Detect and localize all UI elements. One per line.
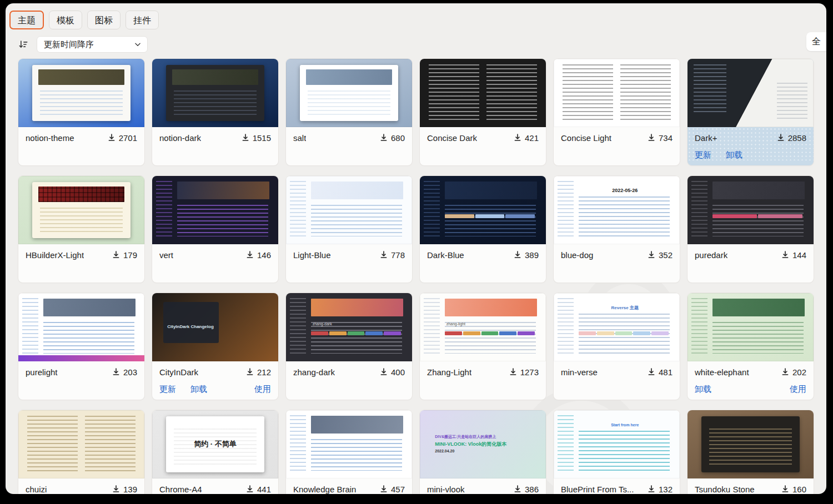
theme-preview: DIV&搬运工:只是站在巨人的肩膀上MINI-VLOOK: Vlook的简化版本… — [420, 410, 546, 478]
tab-icons[interactable]: 图标 — [87, 11, 121, 29]
preview-lines — [558, 181, 574, 240]
theme-card[interactable]: Reverse 主题 min-verse 481 — [554, 293, 680, 400]
theme-card[interactable]: Start from here BluePrint From Ts... 132 — [554, 410, 680, 494]
download-icon — [647, 133, 656, 142]
download-icon — [245, 485, 254, 493]
theme-card[interactable]: Knowledge Brain 457 — [286, 410, 412, 494]
theme-card[interactable]: 2022-05-26 blue-dog 352 — [554, 176, 680, 283]
download-stat: 734 — [647, 133, 673, 143]
theme-card[interactable]: Dark-Blue 389 — [420, 176, 546, 283]
theme-title: white-elephant — [695, 367, 749, 377]
theme-card[interactable]: 简约 · 不简单 Chrome-A4 441 — [152, 410, 278, 494]
preview-lines — [429, 64, 479, 122]
theme-preview — [688, 59, 814, 127]
theme-card[interactable]: purelight 203 — [18, 293, 144, 400]
preview-color-chips — [445, 214, 534, 218]
uninstall-button[interactable]: 卸载 — [190, 384, 207, 395]
theme-card[interactable]: chuizi 139 — [18, 410, 144, 494]
preview-lines — [40, 90, 123, 115]
tab-themes[interactable]: 主题 — [9, 11, 44, 29]
theme-preview — [688, 293, 814, 361]
theme-title: notion-dark — [159, 133, 201, 143]
download-count: 481 — [659, 367, 673, 377]
update-button[interactable]: 更新 — [695, 150, 711, 160]
theme-card[interactable]: puredark 144 — [688, 176, 814, 283]
download-stat: 1515 — [241, 133, 271, 143]
preview-chip — [597, 331, 614, 335]
theme-card[interactable]: Concise Dark 421 — [420, 59, 546, 165]
theme-meta: Tsundoku Stone 160 — [688, 478, 814, 494]
preview-chip — [579, 331, 596, 335]
theme-meta: chuizi 139 — [18, 478, 144, 494]
theme-meta: zhang-dark 400 — [286, 361, 412, 384]
theme-title: purelight — [26, 367, 58, 377]
theme-meta: Dark+ 2858 更新卸载 — [688, 127, 814, 160]
theme-preview — [554, 59, 680, 127]
theme-card[interactable]: white-elephant 202 卸载使用 — [688, 293, 814, 400]
theme-card[interactable]: zhang-light Zhang-Light 1273 — [420, 293, 546, 400]
theme-title: BluePrint From Ts... — [561, 485, 634, 494]
download-stat: 146 — [245, 250, 271, 260]
theme-preview: 2022-05-26 — [554, 176, 680, 244]
preview-lines — [486, 64, 537, 122]
preview-lines — [290, 415, 307, 474]
download-icon — [781, 485, 790, 493]
download-icon — [379, 485, 388, 493]
theme-card[interactable]: salt 680 — [286, 59, 412, 165]
use-button[interactable]: 使用 — [254, 384, 271, 395]
theme-meta: Concise Light 734 — [554, 127, 680, 150]
download-stat: 457 — [379, 485, 405, 494]
download-count: 2701 — [119, 133, 137, 143]
theme-card[interactable]: vert 146 — [152, 176, 278, 283]
theme-card[interactable]: notion-dark 1515 — [152, 59, 278, 165]
theme-card[interactable]: HBuilderX-Light 179 — [18, 176, 144, 283]
preview-caption: 2022-05-26 — [580, 183, 670, 199]
preview-lines — [43, 322, 134, 354]
preview-lines — [691, 181, 708, 240]
download-count: 132 — [659, 485, 673, 494]
theme-card[interactable]: Dark+ 2858 更新卸载 — [688, 59, 814, 165]
preview-lines — [156, 181, 173, 240]
uninstall-button[interactable]: 卸载 — [695, 384, 711, 395]
theme-card[interactable]: Tsundoku Stone 160 — [688, 410, 814, 494]
theme-card[interactable]: notion-theme 2701 — [18, 59, 144, 165]
download-count: 144 — [792, 250, 806, 260]
download-count: 160 — [792, 485, 806, 494]
preview-lines — [712, 205, 803, 237]
scope-select[interactable]: 全 — [806, 32, 826, 51]
tab-templates[interactable]: 模板 — [49, 11, 82, 29]
use-button[interactable]: 使用 — [790, 384, 806, 395]
download-count: 457 — [391, 485, 405, 494]
update-button[interactable]: 更新 — [159, 384, 176, 395]
preview-window — [166, 65, 264, 121]
tab-widgets[interactable]: 挂件 — [126, 11, 159, 29]
sort-select[interactable]: 更新时间降序 — [37, 36, 148, 53]
theme-card[interactable]: Concise Light 734 — [554, 59, 680, 165]
theme-card[interactable]: CityInDark Changelog CityInDark 212 更新卸载… — [152, 293, 278, 400]
preview-window — [300, 65, 398, 121]
download-count: 421 — [525, 133, 539, 143]
sort-order-icon — [18, 39, 29, 50]
preview-caption: zhang-dark — [313, 316, 402, 333]
theme-title: Tsundoku Stone — [695, 485, 755, 494]
download-icon — [509, 367, 518, 376]
preview-lines — [40, 208, 123, 232]
theme-card[interactable]: zhang-dark zhang-dark 400 — [286, 293, 412, 400]
preview-lines — [85, 416, 136, 473]
theme-preview: zhang-dark — [286, 293, 412, 361]
uninstall-button[interactable]: 卸载 — [726, 150, 742, 160]
theme-preview — [18, 176, 144, 244]
preview-lines — [709, 429, 792, 467]
preview-lines — [311, 439, 402, 471]
theme-card[interactable]: DIV&搬运工:只是站在巨人的肩膀上MINI-VLOOK: Vlook的简化版本… — [420, 410, 546, 494]
preview-window — [701, 416, 800, 472]
preview-lines — [579, 196, 669, 237]
theme-card[interactable]: Light-Blue 778 — [286, 176, 412, 283]
theme-actions: 卸载使用 — [695, 384, 806, 395]
download-icon — [379, 367, 388, 376]
preview-chip — [475, 214, 504, 218]
download-stat: 400 — [379, 367, 405, 377]
preview-lines — [177, 205, 268, 237]
preview-window: 简约 · 不简单 — [166, 416, 264, 472]
tab-bar: 主题模板图标挂件 — [9, 11, 826, 29]
